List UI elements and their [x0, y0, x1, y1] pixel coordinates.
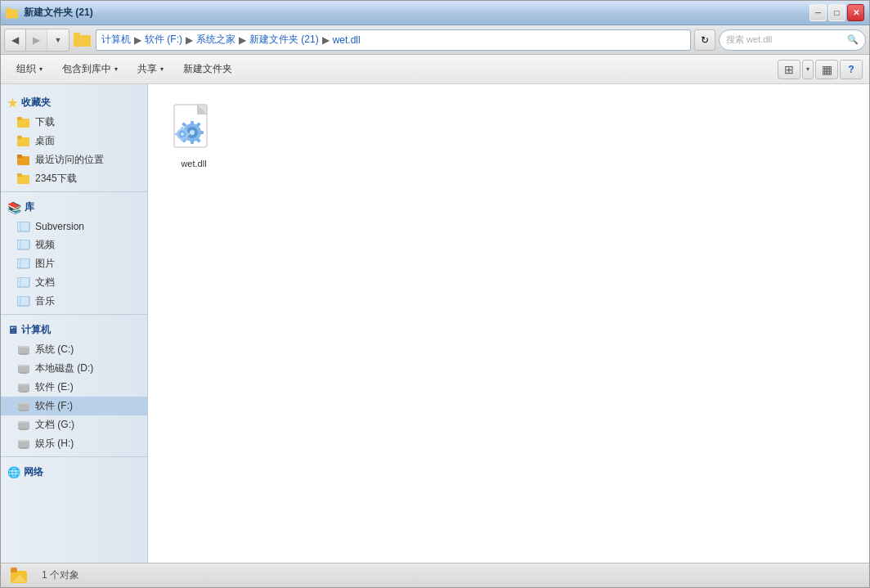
address-path-box[interactable]: 计算机 ▶ 软件 (F:) ▶ 系统之家 ▶ 新建文件夹 (21) ▶ wet.… [96, 29, 691, 51]
desktop-label: 桌面 [35, 134, 55, 148]
image-label: 图片 [35, 257, 55, 271]
svg-rect-30 [18, 384, 29, 385]
svg-rect-9 [17, 155, 22, 158]
organize-button[interactable]: 组织 ▾ [7, 58, 52, 81]
svg-rect-60 [175, 133, 178, 136]
download-folder-icon [17, 116, 30, 129]
2345-folder-icon [17, 173, 30, 186]
drive-c-label: 系统 (C:) [35, 343, 74, 357]
share-label: 共享 [137, 62, 157, 76]
folder-title-icon [6, 7, 19, 20]
sidebar-item-subversion[interactable]: Subversion [1, 218, 147, 236]
path-sep-4: ▶ [322, 34, 330, 46]
svg-rect-29 [18, 384, 29, 391]
desktop-folder-icon [17, 135, 30, 148]
drive-e-icon [17, 381, 30, 394]
image-lib-icon [17, 258, 30, 271]
sidebar-item-desktop[interactable]: 桌面 [1, 132, 147, 150]
view-dropdown-button[interactable]: ▾ [802, 60, 814, 79]
music-label: 音乐 [35, 294, 55, 308]
svg-rect-57 [182, 127, 184, 130]
drive-g-label: 文档 (G:) [35, 418, 74, 432]
include-library-button[interactable]: 包含到库中 ▾ [53, 58, 127, 81]
network-label: 网络 [24, 465, 43, 479]
drive-d-icon [17, 362, 30, 375]
sidebar: ★ 收藏夹 下载 桌面 最近访问的位置 [1, 84, 148, 563]
drive-h-icon [17, 438, 30, 451]
svg-rect-1 [6, 7, 11, 11]
sidebar-item-download[interactable]: 下载 [1, 113, 147, 132]
new-folder-button[interactable]: 新建文件夹 [174, 58, 241, 81]
network-icon: 🌐 [7, 466, 20, 478]
view-icon-button[interactable]: ⊞ [778, 60, 800, 79]
organize-label: 组织 [16, 62, 36, 76]
main-area: ★ 收藏夹 下载 桌面 最近访问的位置 [1, 84, 869, 563]
status-bar: 1 个对象 [1, 563, 869, 587]
address-bar: ◀ ▶ ▼ 计算机 ▶ 软件 (F:) ▶ 系统之家 ▶ 新建文件夹 (21) … [1, 25, 869, 55]
divider-3 [1, 456, 147, 457]
file-item-wetdll[interactable]: wet.dll [161, 97, 226, 174]
computer-label: 计算机 [21, 323, 51, 337]
up-button[interactable]: ▼ [47, 29, 69, 51]
path-subfolder[interactable]: 新建文件夹 (21) [249, 33, 319, 47]
dll-icon-svg [171, 103, 217, 155]
video-label: 视频 [35, 238, 55, 252]
drive-e-label: 软件 (E:) [35, 380, 74, 394]
sidebar-item-drive-g[interactable]: 文档 (G:) [1, 415, 147, 434]
favorites-star-icon: ★ [7, 97, 18, 110]
svg-rect-11 [17, 173, 22, 177]
path-drive[interactable]: 软件 (F:) [145, 33, 182, 47]
path-computer[interactable]: 计算机 [101, 33, 131, 47]
dll-file-icon [168, 103, 220, 155]
file-name-label: wet.dll [181, 159, 206, 168]
maximize-button[interactable]: □ [828, 4, 845, 21]
drive-f-icon [17, 400, 30, 413]
sidebar-item-music[interactable]: 音乐 [1, 292, 147, 311]
divider-2 [1, 314, 147, 315]
folder-addr-svg [74, 33, 92, 47]
nav-button-group: ◀ ▶ ▼ [4, 29, 70, 52]
drive-f-label: 软件 (F:) [35, 399, 73, 413]
sidebar-item-video[interactable]: 视频 [1, 236, 147, 254]
sidebar-section-favorites[interactable]: ★ 收藏夹 [1, 91, 147, 113]
search-box[interactable]: 搜索 wet.dll 🔍 [719, 29, 866, 51]
title-bar-left: 新建文件夹 (21) [6, 6, 93, 20]
share-button[interactable]: 共享 ▾ [128, 58, 173, 81]
drive-h-label: 娱乐 (H:) [35, 437, 74, 451]
svg-rect-18 [17, 277, 29, 287]
svg-rect-7 [17, 136, 22, 139]
recent-label: 最近访问的位置 [35, 153, 104, 167]
subversion-label: Subversion [35, 221, 84, 232]
path-folder[interactable]: 系统之家 [196, 33, 235, 47]
close-button[interactable]: ✕ [847, 4, 864, 21]
svg-rect-46 [191, 121, 194, 125]
include-library-label: 包含到库中 [62, 62, 111, 76]
sidebar-section-library[interactable]: 📚 库 [1, 195, 147, 218]
sidebar-item-drive-e[interactable]: 软件 (E:) [1, 378, 147, 397]
status-count: 1 个对象 [42, 568, 79, 582]
organize-chevron: ▾ [39, 65, 43, 73]
sidebar-item-drive-h[interactable]: 娱乐 (H:) [1, 434, 147, 453]
sidebar-item-drive-c[interactable]: 系统 (C:) [1, 340, 147, 359]
help-button[interactable]: ? [840, 60, 863, 79]
sidebar-item-drive-f[interactable]: 软件 (F:) [1, 397, 147, 415]
sidebar-item-recent[interactable]: 最近访问的位置 [1, 150, 147, 169]
back-button[interactable]: ◀ [5, 29, 26, 51]
sidebar-section-network[interactable]: 🌐 网络 [1, 460, 147, 483]
forward-button[interactable]: ▶ [26, 29, 47, 51]
details-pane-button[interactable]: ▦ [815, 60, 838, 79]
minimize-button[interactable]: ─ [809, 4, 827, 21]
path-sep-3: ▶ [239, 34, 246, 46]
svg-point-56 [181, 132, 184, 136]
svg-rect-48 [200, 131, 204, 134]
sidebar-item-drive-d[interactable]: 本地磁盘 (D:) [1, 359, 147, 378]
refresh-button[interactable]: ↻ [694, 29, 715, 51]
svg-rect-59 [186, 133, 190, 136]
sidebar-section-computer[interactable]: 🖥 计算机 [1, 318, 147, 340]
sidebar-item-image[interactable]: 图片 [1, 254, 147, 273]
sidebar-item-docs[interactable]: 文档 [1, 273, 147, 292]
divider-1 [1, 191, 147, 192]
path-file[interactable]: wet.dll [333, 34, 361, 46]
svg-rect-26 [18, 366, 29, 372]
sidebar-item-2345[interactable]: 2345下载 [1, 169, 147, 188]
